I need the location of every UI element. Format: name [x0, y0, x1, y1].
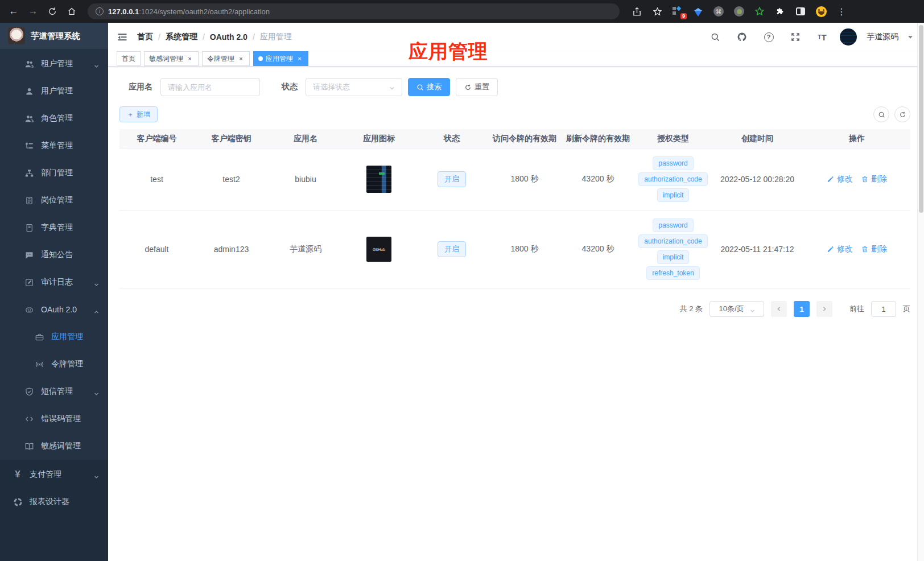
star-extension-icon[interactable] — [754, 6, 765, 17]
sidebar-item-短信管理[interactable]: 短信管理 — [0, 378, 108, 405]
help-icon[interactable]: ? — [760, 28, 778, 46]
next-page-button[interactable] — [816, 301, 832, 317]
column-header-actions: 操作 — [803, 134, 910, 144]
table-row: testtest2biubiu开启1800 秒43200 秒passwordau… — [119, 148, 910, 211]
username[interactable]: 芋道源码 — [867, 32, 898, 42]
goto-page-input[interactable] — [871, 301, 896, 317]
search-button[interactable]: 搜索 — [408, 78, 450, 96]
tab-label: 敏感词管理 — [149, 54, 183, 64]
sidebar-item-报表设计器[interactable]: 报表设计器 — [0, 488, 108, 515]
scrollbar-thumb[interactable] — [919, 25, 923, 213]
cell-create-time: 2022-05-12 00:28:20 — [711, 175, 803, 184]
search-icon[interactable] — [706, 28, 724, 46]
breadcrumb-item[interactable]: OAuth 2.0 — [210, 32, 248, 42]
forward-icon[interactable]: → — [25, 3, 41, 19]
close-tab-icon[interactable]: × — [186, 55, 193, 63]
column-header-refresh-token-ttl: 刷新令牌的有效期 — [561, 134, 635, 144]
sidebar-item-label: 角色管理 — [41, 113, 73, 123]
chevron-down-icon — [94, 472, 99, 477]
sidebar-item-用户管理[interactable]: 用户管理 — [0, 77, 108, 105]
status-select[interactable]: 请选择状态 — [306, 78, 402, 96]
cell-app-icon — [343, 166, 415, 193]
command-extension-icon[interactable]: ⌘ — [713, 6, 724, 17]
extension-grid-icon[interactable]: 9 — [672, 6, 683, 17]
emoji-extension-icon[interactable] — [815, 6, 827, 17]
sidebar-item-令牌管理[interactable]: 令牌管理 — [0, 350, 108, 378]
puzzle-extension-icon[interactable] — [774, 6, 786, 17]
cell-access-token-ttl: 1800 秒 — [488, 244, 561, 254]
github-icon[interactable] — [733, 28, 751, 46]
home-icon[interactable] — [64, 3, 80, 19]
sidebar-item-通知公告[interactable]: 通知公告 — [0, 241, 108, 269]
sidebar: 芋道管理系统 租户管理用户管理角色管理菜单管理部门管理岗位管理字典管理通知公告审… — [0, 23, 108, 561]
back-icon[interactable]: ← — [6, 3, 22, 19]
sidebar-item-label: 岗位管理 — [41, 195, 73, 205]
user-caret-down-icon[interactable] — [908, 36, 913, 39]
tab-首页[interactable]: 首页 — [117, 51, 141, 66]
reset-button[interactable]: 重置 — [456, 78, 498, 96]
status-badge[interactable]: 开启 — [438, 171, 466, 187]
refresh-table-icon[interactable] — [894, 106, 910, 122]
sidebar-item-字典管理[interactable]: 字典管理 — [0, 214, 108, 241]
user-avatar[interactable] — [840, 28, 857, 46]
robot-icon — [24, 304, 34, 315]
record-extension-icon[interactable] — [733, 6, 745, 17]
share-icon[interactable] — [631, 6, 642, 17]
breadcrumb-item[interactable]: 首页 — [137, 32, 153, 42]
tab-应用管理[interactable]: 应用管理× — [253, 51, 308, 66]
page-number-1[interactable]: 1 — [794, 301, 810, 317]
sidebar-item-OAuth 2.0[interactable]: OAuth 2.0 — [0, 296, 108, 323]
tab-敏感词管理[interactable]: 敏感词管理× — [144, 51, 199, 66]
code-icon — [24, 414, 34, 424]
sidebar-item-岗位管理[interactable]: 岗位管理 — [0, 187, 108, 214]
add-button[interactable]: ＋ 新增 — [119, 106, 158, 122]
toggle-search-icon[interactable] — [873, 106, 889, 122]
tab-令牌管理[interactable]: 令牌管理× — [202, 51, 250, 66]
app-name-input[interactable] — [160, 78, 260, 96]
delete-button[interactable]: 删除 — [861, 244, 887, 254]
sidebar-item-审计日志[interactable]: 审计日志 — [0, 269, 108, 296]
fullscreen-icon[interactable] — [786, 28, 805, 46]
address-bar[interactable]: i 127.0.0.1:1024/system/oauth2/oauth2/ap… — [88, 3, 620, 19]
status-badge[interactable]: 开启 — [438, 241, 466, 257]
collapse-sidebar-icon[interactable] — [117, 31, 128, 43]
sidebar-item-错误码管理[interactable]: 错误码管理 — [0, 405, 108, 432]
briefcase-icon — [34, 332, 44, 342]
sidebar-item-label: 用户管理 — [41, 86, 73, 96]
sidebar-item-支付管理[interactable]: ¥支付管理 — [0, 461, 108, 488]
sidebar-item-label: 菜单管理 — [41, 141, 73, 151]
grant-type-tag: refresh_token — [646, 266, 699, 280]
chrome-toolbar: 9 ⌘ ⋮ — [631, 6, 847, 17]
app-logo[interactable]: 芋道管理系统 — [0, 23, 108, 49]
side-panel-icon[interactable] — [795, 6, 806, 17]
grant-type-tag: authorization_code — [638, 172, 707, 186]
gem-extension-icon[interactable] — [692, 6, 704, 17]
close-tab-icon[interactable]: × — [237, 55, 245, 63]
chrome-menu-icon[interactable]: ⋮ — [836, 6, 847, 17]
font-size-icon[interactable]: TT — [813, 28, 831, 46]
sidebar-item-敏感词管理[interactable]: 敏感词管理 — [0, 432, 108, 460]
prev-page-button[interactable] — [771, 301, 787, 317]
reload-icon[interactable] — [44, 3, 60, 19]
bookmark-star-icon[interactable] — [651, 6, 663, 17]
close-tab-icon[interactable]: × — [296, 55, 303, 63]
sidebar-item-部门管理[interactable]: 部门管理 — [0, 159, 108, 187]
tab-label: 首页 — [122, 54, 135, 64]
column-header-access-token-ttl: 访问令牌的有效期 — [488, 134, 561, 144]
sidebar-item-label: 字典管理 — [41, 222, 73, 233]
edit-button[interactable]: 修改 — [827, 244, 853, 254]
cell-status: 开启 — [415, 171, 488, 187]
edit-button[interactable]: 修改 — [827, 174, 853, 184]
sidebar-item-角色管理[interactable]: 角色管理 — [0, 105, 108, 132]
page-size-select[interactable]: 10条/页 — [710, 301, 764, 317]
site-info-icon[interactable]: i — [96, 7, 104, 15]
browser-chrome: ← → i 127.0.0.1:1024/system/oauth2/oauth… — [0, 0, 924, 23]
sidebar-item-租户管理[interactable]: 租户管理 — [0, 50, 108, 77]
breadcrumb-item[interactable]: 系统管理 — [166, 32, 197, 42]
grant-type-tag: password — [653, 156, 693, 170]
window-scrollbar[interactable] — [917, 23, 924, 561]
sidebar-item-应用管理[interactable]: 应用管理 — [0, 323, 108, 350]
sidebar-item-菜单管理[interactable]: 菜单管理 — [0, 132, 108, 159]
delete-button[interactable]: 删除 — [861, 174, 887, 184]
screen: ← → i 127.0.0.1:1024/system/oauth2/oauth… — [0, 0, 924, 561]
